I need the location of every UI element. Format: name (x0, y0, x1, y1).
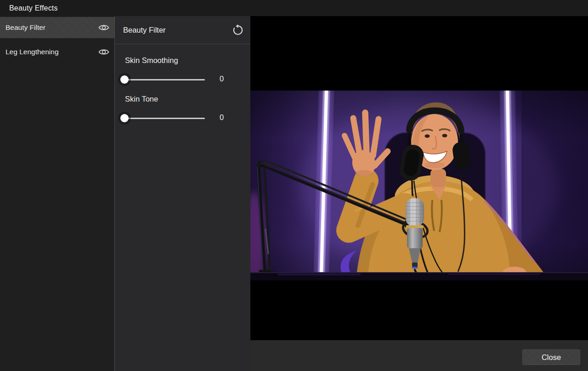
close-button[interactable]: Close (522, 349, 580, 365)
sidebar-item-label: Leg Lengthening (6, 48, 59, 56)
skin-tone-value: 0 (220, 113, 224, 122)
sidebar-item-leg-lengthening[interactable]: Leg Lengthening (0, 41, 114, 63)
skin-smoothing-control: 0 (115, 74, 250, 86)
eye-icon[interactable] (98, 48, 109, 56)
slider-label-skin-tone: Skin Tone (125, 95, 158, 103)
eye-icon[interactable] (98, 23, 109, 32)
skin-smoothing-value: 0 (220, 74, 224, 83)
slider-label-skin-smoothing: Skin Smoothing (125, 56, 178, 65)
titlebar: Beauty Effects (0, 0, 588, 16)
window-title: Beauty Effects (9, 0, 58, 16)
slider-thumb[interactable] (120, 114, 129, 122)
webcam-preview (250, 16, 588, 340)
panel-header: Beauty Filter (115, 16, 250, 44)
panel-title: Beauty Filter (123, 26, 166, 34)
finger (365, 113, 367, 154)
slider-track[interactable] (124, 79, 205, 80)
eye-icon-glyph (98, 48, 109, 56)
beauty-filter-panel: Beauty Filter Skin Smoothing 0 Skin Tone (115, 16, 250, 371)
mic-grille (406, 198, 424, 227)
eye (442, 134, 447, 137)
mic-body (407, 228, 423, 248)
skin-tone-control: 0 (115, 112, 250, 124)
footer-bar: Close (250, 340, 588, 371)
skin-tone-slider[interactable] (120, 112, 208, 124)
skin-smoothing-slider[interactable] (120, 74, 208, 86)
mic-gold-ring (406, 225, 424, 228)
effects-sidebar: Beauty Filter Leg Lengthening (0, 16, 115, 371)
beauty-effects-window: Beauty Effects Beauty Filter Leg Lengthe… (0, 0, 588, 371)
sidebar-item-beauty-filter[interactable]: Beauty Filter (0, 17, 114, 38)
slider-thumb[interactable] (120, 75, 129, 84)
eye-icon-glyph (98, 23, 109, 32)
preview-stage: Close (250, 16, 588, 371)
desk (250, 272, 588, 280)
sidebar-item-label: Beauty Filter (6, 23, 45, 32)
reset-button[interactable] (232, 24, 243, 35)
slider-track[interactable] (124, 118, 205, 119)
reset-counterclockwise-icon (232, 24, 243, 35)
preview-scene-svg (250, 91, 588, 280)
eye (425, 134, 430, 138)
